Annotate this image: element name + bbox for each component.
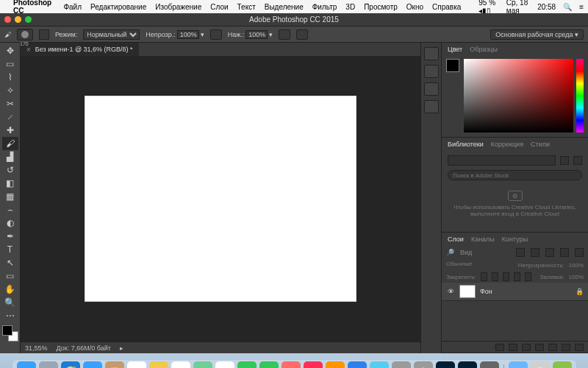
dock-ibooks-icon[interactable]: ▤ [326,361,345,368]
brush-preset-picker[interactable]: 170 [17,29,33,40]
properties-panel-icon[interactable] [424,65,439,78]
layer-thumbnail[interactable] [459,285,476,298]
menu-edit[interactable]: Редактирование [90,3,146,11]
history-brush-tool[interactable]: ↺ [2,163,18,177]
color-panel-swatch[interactable] [446,59,459,72]
zoom-tool[interactable]: 🔍 [2,296,18,309]
dock-launchpad-icon[interactable]: ▦ [39,361,58,368]
menu-text[interactable]: Текст [237,3,256,11]
color-swatches[interactable] [2,325,18,342]
menubar-date[interactable]: Ср, 18 мая [506,0,530,15]
brush-panel-toggle[interactable] [39,29,49,40]
new-layer-icon[interactable] [562,344,570,351]
minimize-window-button[interactable] [15,16,21,23]
crop-tool[interactable]: ✂ [2,97,18,110]
lock-position-icon[interactable] [503,272,509,281]
dock-facetime-icon[interactable]: ▣ [259,361,279,368]
layer-opacity-value[interactable]: 100% [569,262,584,269]
dock-settings-icon[interactable]: ⚙ [414,361,433,368]
battery-status[interactable]: 95 % ◂▮▯ [478,0,498,15]
tab-paths[interactable]: Контуры [502,236,528,243]
dock-maps-icon[interactable]: ➤ [193,361,212,368]
layer-mask-icon[interactable] [522,344,531,351]
blend-mode-select[interactable]: Нормальный [83,29,140,40]
new-adjustment-icon[interactable] [535,344,544,351]
edit-toolbar[interactable]: ⋯ [2,309,18,322]
filter-adjust-icon[interactable] [531,248,539,257]
flow-input[interactable] [245,30,268,39]
history-panel-icon[interactable] [424,47,439,60]
mac-menu-bar[interactable]: Photoshop CC Файл Редактирование Изображ… [0,0,588,13]
new-group-icon[interactable] [548,344,557,351]
menu-select[interactable]: Выделение [265,3,304,11]
tab-libraries[interactable]: Библиотеки [448,141,484,148]
workspace-switcher[interactable]: Основная рабочая среда ▾ [490,29,584,40]
menu-window[interactable]: Окно [406,3,423,11]
library-view-list-icon[interactable] [573,156,582,165]
layer-name[interactable]: Фон [480,288,571,295]
library-search-input[interactable] [448,170,582,180]
menu-file[interactable]: Файл [63,3,82,11]
filter-pixel-icon[interactable] [516,248,525,257]
canvas-area[interactable] [21,56,420,342]
lock-artboard-icon[interactable] [514,272,520,281]
dock-trash-icon[interactable]: 🗑 [531,361,550,368]
dock-finder-icon[interactable]: ☺ [17,361,36,368]
layer-fill-value[interactable]: 100% [569,274,584,280]
tab-layers[interactable]: Слои [448,236,464,243]
type-tool[interactable]: T [2,243,18,256]
shape-tool[interactable]: ▭ [2,269,18,283]
dock-misc1-icon[interactable]: ▦ [480,361,499,368]
tab-color[interactable]: Цвет [448,46,462,53]
dock-reminders-icon[interactable]: ☑ [171,361,190,368]
filter-shape-icon[interactable] [560,248,569,257]
healing-tool[interactable]: ✚ [2,124,18,137]
dock-mail-icon[interactable]: ✉ [83,361,102,368]
dock-preview-icon[interactable]: ▣ [370,361,389,368]
menu-help[interactable]: Справка [432,3,461,11]
hue-slider[interactable] [576,59,584,132]
hand-tool[interactable]: ✋ [2,283,18,296]
close-window-button[interactable] [4,16,11,23]
stamp-tool[interactable]: ▟ [2,150,18,163]
menu-filter[interactable]: Фильтр [312,3,337,11]
layer-filter-kind[interactable]: Вид [460,249,510,256]
delete-layer-icon[interactable] [575,344,584,351]
lock-all-icon[interactable] [525,272,531,281]
tab-swatches[interactable]: Образцы [470,46,498,53]
menubar-time[interactable]: 20:58 [537,3,556,11]
layer-visibility-icon[interactable]: 👁 [446,288,455,295]
dock-calendar-icon[interactable]: 18 [127,361,146,368]
layer-fx-icon[interactable] [509,344,517,351]
link-layers-icon[interactable] [495,344,504,351]
info-panel-icon[interactable] [424,100,439,113]
library-select[interactable] [448,155,556,166]
foreground-color-swatch[interactable] [2,325,12,336]
layer-filter-icon[interactable]: 🔎 [446,249,454,256]
lock-transparent-icon[interactable] [481,272,487,281]
zoom-status[interactable]: 31,55% [25,344,48,352]
layer-lock-icon[interactable]: 🔒 [576,288,584,295]
dock-photoshop-icon[interactable]: Ps [436,361,455,368]
eyedropper-tool[interactable]: ⟋ [2,110,18,124]
dock-lightroom-icon[interactable]: Lr [458,361,477,368]
doc-size-status[interactable]: Док: 7,66M/0 байт [57,344,111,352]
current-tool-icon[interactable]: 🖌 [4,31,11,38]
dock-folder-icon[interactable]: ▭ [509,361,528,368]
menu-image[interactable]: Изображение [155,3,201,11]
close-tab-icon[interactable]: × [26,46,31,54]
pen-tool[interactable]: ✒ [2,230,18,243]
size-pressure-icon[interactable] [296,29,308,40]
dock-notes-icon[interactable]: ✎ [149,361,168,368]
character-panel-icon[interactable] [424,82,439,96]
dock-safari-icon[interactable]: 🧭 [61,361,80,368]
dock-contacts-icon[interactable]: ☰ [105,361,124,368]
app-menu[interactable]: Photoshop CC [13,0,54,15]
color-picker-field[interactable] [464,59,573,132]
tab-channels[interactable]: Каналы [471,236,495,243]
tab-adjustments[interactable]: Коррекция [491,141,523,148]
dock-photobooth-icon[interactable]: ◉ [282,361,301,368]
airbrush-icon[interactable] [279,29,290,40]
menu-layers[interactable]: Слои [210,3,228,11]
document-tab[interactable]: × Без имени-1 @ 31,6% (RGB/8) * [21,43,139,56]
